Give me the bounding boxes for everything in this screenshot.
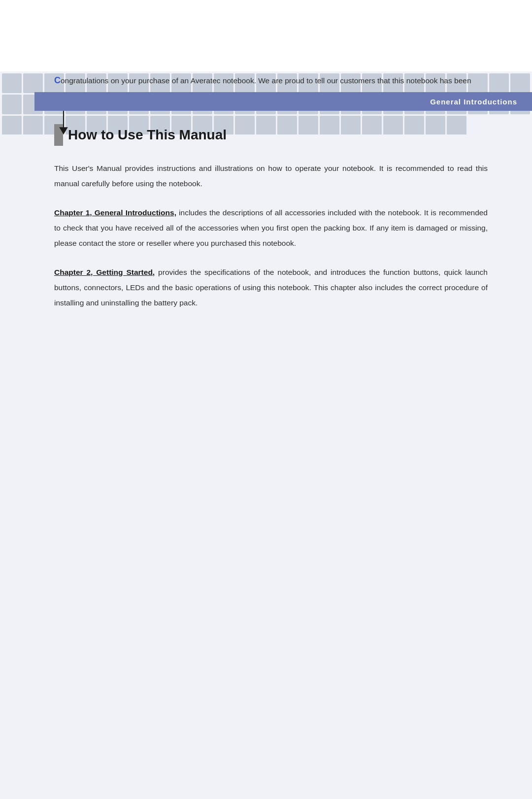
page-wrapper: // This will be populated by the render … [0, 71, 532, 799]
drop-cap-c: C [54, 75, 61, 85]
chapter2-paragraph: Chapter 2, Getting Started, provides the… [54, 265, 488, 310]
header-banner: General Introductions [34, 92, 532, 111]
section-heading-wrapper: How to Use This Manual [54, 124, 488, 146]
chapter1-link: Chapter 1, General Introductions, [54, 208, 176, 217]
section-heading: How to Use This Manual [68, 127, 227, 143]
chapter2-link: Chapter 2, Getting Started, [54, 268, 155, 276]
paragraph-1: This User's Manual provides instructions… [54, 161, 488, 191]
arrow-down-icon [57, 111, 70, 136]
header-title: General Introductions [430, 98, 517, 106]
svg-marker-1 [59, 127, 67, 134]
chapter1-paragraph: Chapter 1, General Introductions, includ… [54, 205, 488, 251]
